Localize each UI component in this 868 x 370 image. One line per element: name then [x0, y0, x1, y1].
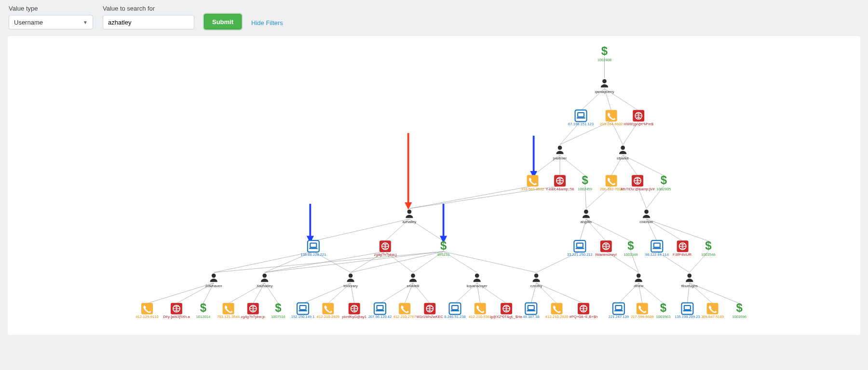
graph-node[interactable]: 895233 — [437, 239, 449, 257]
blue-icon — [297, 303, 309, 315]
red-icon — [632, 175, 643, 186]
graph-node[interactable]: 1003563 — [656, 301, 671, 319]
node-label: jvwitmer — [553, 156, 567, 160]
graph-node[interactable]: 152.150.149.1 — [291, 303, 315, 319]
graph-node[interactable]: F.8fP4!cUff!. — [673, 240, 692, 257]
graph-node[interactable]: tmdcrary — [343, 274, 358, 288]
green-icon — [627, 239, 634, 252]
graph-node[interactable]: 207.96.120.42 — [368, 303, 392, 319]
node-label: 1002408 — [597, 58, 612, 62]
graph-node[interactable]: 1002408 — [597, 44, 612, 62]
node-label: 309-847-5189 — [701, 315, 724, 319]
hide-filters-link[interactable]: Hide Filters — [251, 19, 283, 29]
graph-node[interactable]: 98.122.94.114 — [645, 240, 669, 257]
graph-node[interactable]: 412-210-5361 — [469, 303, 491, 319]
graph-node[interactable]: zg4g?hTybw;jc — [241, 303, 266, 319]
blue-icon — [613, 303, 624, 315]
graph-node[interactable]: 703-121-3544 — [217, 303, 240, 319]
red-icon — [677, 240, 689, 252]
green-icon — [440, 239, 447, 252]
graph-node[interactable]: sfparke — [617, 145, 629, 160]
node-label: cbkinser — [639, 220, 653, 224]
node-label: qamayberry — [595, 90, 614, 94]
graph-node[interactable]: 2dwhaven — [205, 274, 222, 288]
graph-node[interactable]: 67.196.151.123 — [568, 110, 594, 126]
graph-node[interactable]: HW8!)|jv@t*M*m$ — [624, 110, 653, 126]
red-icon — [600, 240, 612, 252]
node-label: g@XZ*0T&gt;_$Ha — [490, 315, 522, 319]
graph-node[interactable]: #PQ+0A~E,B+$h — [570, 303, 598, 319]
graph-node[interactable]: 221.247.139 — [609, 303, 629, 319]
graph-node[interactable]: 49.167.38 — [523, 303, 539, 319]
node-label: HW8!)|jv@t*M*m$ — [624, 122, 653, 126]
graph-node[interactable]: cbkinser — [639, 210, 653, 224]
node-label: 135.198.209.23 — [675, 315, 700, 319]
graph-node[interactable]: czrothy — [530, 274, 542, 288]
node-label: dlhew — [634, 284, 643, 288]
graph-node[interactable]: 1007516 — [271, 301, 285, 319]
graph-node[interactable]: plcnfKyG@ay1 — [342, 303, 366, 319]
graph-node[interactable]: 33.221.250.212 — [567, 240, 593, 257]
graph-node[interactable]: 206-382-7022 — [600, 175, 623, 191]
graph-node[interactable]: AfbTIDu:@&amp;jV# — [621, 175, 655, 191]
orange-icon — [637, 303, 648, 315]
graph-node[interactable]: 412-210-2925 — [317, 303, 339, 319]
graph-node[interactable]: Dt!y-]aWJ[5Xh.a — [163, 303, 190, 319]
graph-node[interactable]: 412-210-2767 — [393, 303, 416, 319]
node-label: kqvanscoyer — [467, 284, 488, 288]
graph-edge — [351, 251, 444, 273]
graph-node[interactable]: ttburrughs — [681, 274, 698, 288]
graph-edge — [313, 219, 409, 241]
node-label: 206-382-7022 — [600, 187, 623, 191]
graph-node[interactable]: 1003349 — [624, 239, 638, 257]
graph-node[interactable]: sriddelli — [407, 274, 420, 288]
graph-node[interactable]: dlhew — [634, 274, 643, 288]
graph-node[interactable]: 1012014 — [196, 301, 211, 319]
orange-icon — [606, 110, 617, 121]
black-icon — [347, 274, 354, 282]
node-label: tmdcrary — [343, 284, 358, 288]
red-icon — [501, 303, 512, 315]
orange-icon — [475, 303, 486, 315]
graph-node[interactable]: 1002905 — [657, 173, 671, 191]
green-icon — [582, 173, 588, 186]
graph-node[interactable]: W1r1WhZwKEC — [417, 303, 444, 319]
node-label: 316-563-9532 — [521, 187, 544, 191]
red-icon — [171, 303, 182, 315]
graph-node[interactable]: 316-563-9532 — [521, 175, 544, 191]
graph-node[interactable]: kqvanscoyer — [467, 274, 488, 288]
graph-node[interactable]: zg4g?hTybw;j — [374, 240, 397, 257]
graph-node[interactable]: 136.88.228.221 — [300, 240, 326, 257]
orange-icon — [707, 303, 719, 315]
graph-node[interactable]: azhatley — [403, 210, 417, 224]
graph-node[interactable]: 217-599-6689 — [631, 303, 653, 319]
blue-icon — [574, 240, 585, 252]
black-icon — [409, 274, 417, 282]
graph-node[interactable]: jvwitmer — [553, 145, 567, 160]
graph-node[interactable]: 412-210-2920 — [545, 303, 568, 319]
graph-node[interactable]: 8.246.51.238 — [444, 303, 465, 319]
graph-node[interactable]: g@XZ*0T&gt;_$Ha — [490, 303, 522, 319]
graph-node[interactable]: 309-847-5189 — [701, 303, 724, 319]
graph-node[interactable]: qamayberry — [595, 79, 614, 93]
node-label: 2dwhaven — [205, 284, 222, 288]
graph-node[interactable]: 412-129-9110 — [136, 303, 158, 319]
graph-node[interactable]: 1003546 — [701, 239, 716, 257]
black-icon — [583, 210, 590, 218]
graph-node[interactable]: 219-264-6602 — [600, 110, 623, 126]
graph-node[interactable]: 1002459 — [578, 173, 592, 191]
graph-node[interactable]: 1003596 — [732, 301, 746, 319]
node-label: 219-264-6602 — [600, 122, 623, 126]
value-type-select[interactable]: Username ▼ — [9, 15, 93, 29]
search-input[interactable] — [103, 15, 194, 29]
graph-node[interactable]: Xazhatley — [257, 274, 273, 288]
graph-node[interactable]: 135.198.209.23 — [675, 303, 700, 319]
relationship-graph[interactable]: $ 1002408qamayberry67.196.151.123219-264… — [8, 36, 860, 335]
value-type-selected: Username — [14, 19, 43, 26]
submit-button[interactable]: Submit — [204, 14, 242, 29]
graph-node[interactable]: Y-e&lt;4&amp;:56 — [546, 175, 574, 191]
graph-edge — [214, 251, 313, 273]
graph-node[interactable]: IWantmoney! — [595, 240, 617, 257]
graph-node[interactable]: abgillis — [581, 210, 592, 224]
node-label: abgillis — [581, 220, 592, 224]
